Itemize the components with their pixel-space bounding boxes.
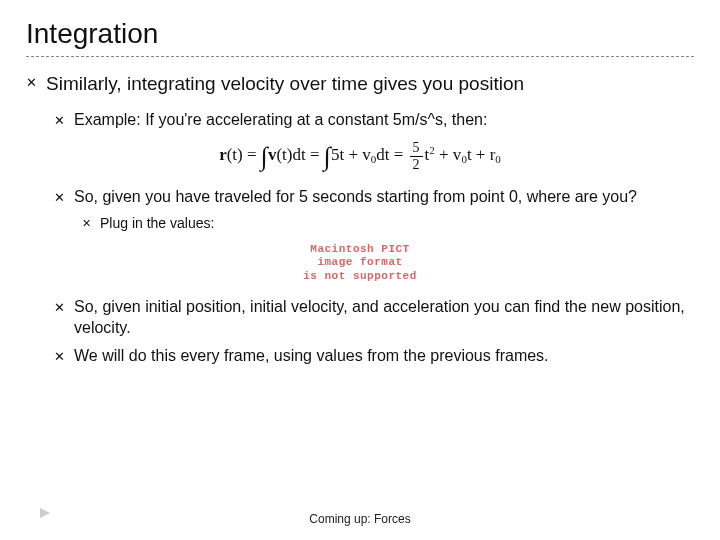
eq-int1-arg: (t)dt = <box>276 145 323 164</box>
slide-title: Integration <box>26 18 694 50</box>
eq-v0-tail: t + r <box>467 145 495 164</box>
text-p5: So, given initial position, initial velo… <box>74 296 694 339</box>
text-p3: So, given you have traveled for 5 second… <box>74 186 694 208</box>
eq-int2-tail: dt = <box>376 145 407 164</box>
bullet-lvl2: ✕ So, given initial position, initial ve… <box>54 296 694 339</box>
bullet-icon: ✕ <box>54 186 74 208</box>
bullet-lvl2: ✕ Example: If you're accelerating at a c… <box>54 109 694 131</box>
text-p6: We will do this every frame, using value… <box>74 345 694 367</box>
equation: r(t) = ∫v(t)dt = ∫5t + v0dt = 52t2 + v0t… <box>219 140 501 172</box>
eq-frac-den: 2 <box>410 157 423 172</box>
eq-lhs-arg: (t) = <box>227 145 261 164</box>
text-p4: Plug in the values: <box>100 214 694 233</box>
text-p2: Example: If you're accelerating at a con… <box>74 109 694 131</box>
eq-int2: ∫ <box>324 142 331 171</box>
eq-plus-v: + v <box>435 145 462 164</box>
equation-block: r(t) = ∫v(t)dt = ∫5t + v0dt = 52t2 + v0t… <box>26 140 694 172</box>
bullet-icon: ✕ <box>82 214 100 233</box>
eq-frac-num: 5 <box>410 140 423 156</box>
eq-int2-body: 5t + v <box>331 145 371 164</box>
title-rule <box>26 56 694 57</box>
eq-fraction: 52 <box>410 140 423 172</box>
footer-text: Coming up: Forces <box>0 512 720 526</box>
eq-lhs-r: r <box>219 145 227 164</box>
slide: Integration ✕ Similarly, integrating vel… <box>0 0 720 540</box>
eq-r0-sub: 0 <box>495 153 501 165</box>
bullet-lvl1: ✕ Similarly, integrating velocity over t… <box>26 71 694 97</box>
eq-int1: ∫ <box>261 142 268 171</box>
error-line-3: is not supported <box>303 270 417 284</box>
bullet-icon: ✕ <box>54 296 74 339</box>
bullet-icon: ✕ <box>26 71 46 97</box>
bullet-lvl2: ✕ We will do this every frame, using val… <box>54 345 694 367</box>
bullet-lvl3: ✕ Plug in the values: <box>82 214 694 233</box>
missing-image-placeholder: Macintosh PICT image format is not suppo… <box>26 243 694 284</box>
bullet-icon: ✕ <box>54 345 74 367</box>
text-p1: Similarly, integrating velocity over tim… <box>46 71 694 97</box>
error-line-2: image format <box>303 256 417 270</box>
bullet-icon: ✕ <box>54 109 74 131</box>
bullet-lvl2: ✕ So, given you have traveled for 5 seco… <box>54 186 694 208</box>
error-line-1: Macintosh PICT <box>303 243 417 257</box>
